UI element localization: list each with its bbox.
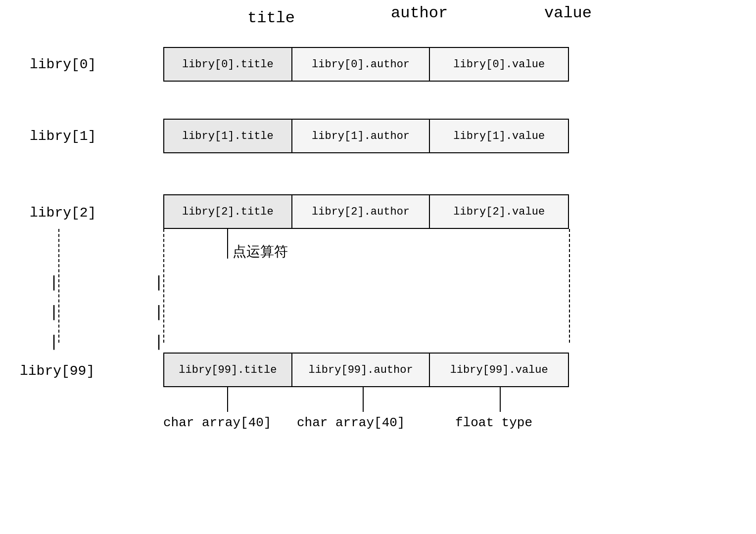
table-row-0: libry[0].title libry[0].author libry[0].… (163, 47, 569, 82)
dashed-line-right (569, 229, 570, 343)
cell-99-author: libry[99].author (292, 354, 430, 386)
tick-value (500, 387, 501, 412)
footer-char-array2: char array[40] (297, 415, 405, 430)
row-label-0: libry[0] (30, 57, 96, 72)
dashed-line-left (58, 229, 59, 343)
annotation-line (227, 229, 228, 259)
diagram: title author value libry[0] libry[0].tit… (0, 0, 756, 534)
footer-float-type: float type (455, 415, 532, 430)
row-label-99: libry[99] (20, 363, 94, 379)
annotation-text: 点运算符 (233, 242, 288, 261)
col-header-title: title (247, 9, 295, 27)
cell-1-value: libry[1].value (430, 120, 568, 152)
table-row-2: libry[2].title libry[2].author libry[2].… (163, 194, 569, 229)
cell-99-value: libry[99].value (430, 354, 568, 386)
col-header-value: value (544, 4, 592, 22)
footer-char-array1: char array[40] (163, 415, 271, 430)
cell-2-value: libry[2].value (430, 195, 568, 228)
cell-2-author: libry[2].author (292, 195, 430, 228)
table-row-99: libry[99].title libry[99].author libry[9… (163, 353, 569, 387)
cell-1-author: libry[1].author (292, 120, 430, 152)
dots-left: ||| (49, 267, 58, 356)
cell-0-title: libry[0].title (164, 48, 292, 81)
table-row-1: libry[1].title libry[1].author libry[1].… (163, 119, 569, 153)
tick-title (227, 387, 228, 412)
col-header-author: author (391, 4, 448, 22)
row-label-2: libry[2] (30, 205, 96, 221)
cell-2-title: libry[2].title (164, 195, 292, 228)
row-label-1: libry[1] (30, 129, 96, 144)
cell-0-author: libry[0].author (292, 48, 430, 81)
tick-author (363, 387, 364, 412)
cell-1-title: libry[1].title (164, 120, 292, 152)
dashed-line-mid1 (163, 229, 164, 343)
dots-mid: ||| (154, 267, 163, 356)
cell-0-value: libry[0].value (430, 48, 568, 81)
cell-99-title: libry[99].title (164, 354, 292, 386)
